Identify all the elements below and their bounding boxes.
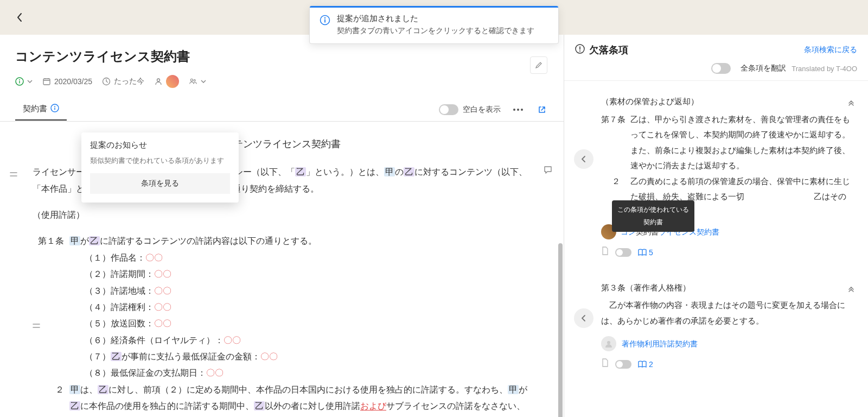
list-item: （１）作品名：〇〇 — [85, 250, 531, 266]
svg-point-8 — [157, 79, 160, 81]
back-button[interactable] — [9, 7, 30, 28]
collapse-button[interactable] — [847, 283, 855, 299]
toggle-switch[interactable] — [439, 104, 458, 115]
article-number: 第１条 — [33, 233, 69, 382]
party-otsu: 乙 — [89, 236, 100, 245]
clause-toggle[interactable] — [615, 360, 631, 369]
suggestion-popover: 提案のお知らせ 類似契約書で使われている条項があります 条項を見る — [81, 132, 239, 203]
date-meta: 2020/03/25 — [42, 77, 92, 86]
collapse-button[interactable] — [847, 97, 855, 113]
toast-accent-bar — [310, 6, 558, 8]
document-title: コンテンツライセンス契約書 — [15, 48, 548, 65]
chevron-up-double-icon — [847, 286, 855, 294]
svg-rect-2 — [324, 20, 326, 23]
more-button[interactable] — [512, 103, 525, 116]
usage-count[interactable]: 5 — [638, 245, 653, 260]
prev-clause-button[interactable] — [574, 308, 593, 328]
back-to-search-link[interactable]: 条項検索に戻る — [804, 45, 857, 55]
party-otsu: 乙 — [404, 167, 414, 176]
edit-title-button[interactable] — [530, 56, 547, 74]
tab-label: 契約書 — [23, 104, 47, 114]
usage-count[interactable]: 2 — [638, 357, 653, 372]
list-item: （３）許諾地域：〇〇 — [85, 283, 531, 299]
tooltip-line: この条項が使われている — [617, 204, 689, 216]
translate-toggle[interactable] — [711, 63, 731, 74]
pencil-icon — [535, 61, 542, 69]
book-icon — [638, 249, 647, 256]
view-clause-button[interactable]: 条項を見る — [90, 173, 230, 194]
tooltip-line: 契約書 — [617, 216, 689, 229]
party-otsu: 乙 — [69, 401, 80, 410]
arrow-left-icon — [580, 155, 588, 163]
chevron-left-icon — [16, 12, 23, 22]
party-ko: 甲 — [69, 385, 80, 394]
drag-handle-icon[interactable] — [10, 166, 17, 182]
share-meta[interactable] — [189, 77, 206, 86]
ellipsis-icon — [513, 108, 524, 111]
comment-button[interactable] — [543, 164, 553, 180]
status-ok-icon — [15, 77, 24, 86]
toast-body: 契約書タブの青いアイコンをクリックすると確認できます — [337, 26, 534, 36]
party-otsu: 乙 — [254, 401, 265, 410]
svg-point-1 — [324, 17, 326, 18]
person-icon — [604, 339, 613, 348]
powered-by-label: Translated by T-4OO — [792, 65, 857, 73]
section-heading: （使用許諾） — [33, 207, 531, 223]
text: が — [80, 236, 89, 245]
owner-meta[interactable] — [154, 75, 179, 88]
article-label: 第７条 — [601, 112, 630, 174]
placeholder: 〇〇 — [224, 336, 241, 345]
article-1-sub2: ２ 甲は、乙に対し、前項（２）に定める期間中、本作品の日本国内における使用を独占… — [33, 382, 531, 417]
clause-toggle[interactable] — [615, 248, 631, 257]
prev-clause-button[interactable] — [574, 149, 593, 169]
toast-title: 提案が追加されました — [337, 14, 534, 24]
popover-title: 提案のお知らせ — [90, 140, 230, 150]
tab-contract[interactable]: 契約書 — [15, 98, 67, 121]
placeholder: 〇〇 — [154, 319, 171, 328]
external-link-icon — [538, 105, 546, 114]
doc-icon — [601, 245, 609, 261]
party-otsu: 乙 — [98, 385, 108, 394]
svg-point-20 — [607, 341, 610, 344]
open-external-button[interactable] — [535, 103, 548, 116]
svg-point-12 — [54, 106, 55, 107]
blank-toggle-label: 空白を表示 — [463, 105, 501, 115]
party-otsu: 乙 — [295, 167, 306, 176]
avatar — [601, 336, 616, 351]
placeholder: 〇〇 — [154, 302, 171, 312]
svg-point-9 — [190, 79, 193, 81]
svg-point-15 — [517, 109, 519, 111]
list-item: （４）許諾権利：〇〇 — [85, 299, 531, 315]
date-value: 2020/03/25 — [54, 77, 92, 86]
text: の — [395, 167, 404, 176]
count-value: 2 — [649, 357, 653, 372]
info-icon — [320, 15, 330, 27]
updated-meta: たった今 — [102, 77, 144, 86]
status-indicator[interactable] — [15, 77, 33, 86]
svg-point-16 — [521, 109, 523, 111]
panel-header: 欠落条項 条項検索に戻る — [564, 35, 868, 56]
text: に許諾するコンテンツの許諾内容は以下の通りとする。 — [100, 236, 317, 245]
info-badge-icon — [50, 104, 59, 114]
clause-body: 乙が本著作物の内容・表現またはその題号に変更を加える場合には、あらかじめ著作者の… — [601, 298, 853, 328]
blank-toggle[interactable]: 空白を表示 — [439, 104, 501, 115]
clock-icon — [102, 77, 111, 86]
svg-rect-18 — [579, 46, 580, 49]
panel-toolbar: 全条項を翻訳 Translated by T-4OO — [564, 56, 868, 81]
clause-heading: 第３条（著作者人格権） — [601, 280, 853, 296]
clause-card: （素材の保管および返却） 第７条 乙は、甲から引き渡された素材を、善良な管理者の… — [569, 90, 864, 269]
doc-header: コンテンツライセンス契約書 2020/03/25 — [0, 35, 564, 98]
tracked-change: および — [360, 401, 386, 410]
related-document-link[interactable]: 著作物利用許諾契約書 — [622, 337, 698, 351]
placeholder: 〇〇 — [260, 352, 278, 361]
list-item: （６）経済条件（ロイヤルティ）：〇〇 — [85, 332, 531, 349]
list-item: （８）最低保証金の支払期日：〇〇 — [85, 365, 531, 381]
svg-point-10 — [194, 80, 195, 81]
warning-icon — [575, 44, 585, 56]
text: 」という。）とは、 — [306, 167, 384, 176]
count-value: 5 — [649, 245, 653, 260]
comment-icon — [543, 165, 553, 175]
placeholder: 〇〇 — [145, 253, 163, 262]
list-item: （２）許諾期間：〇〇 — [85, 266, 531, 282]
drag-handle-icon[interactable] — [33, 318, 40, 334]
